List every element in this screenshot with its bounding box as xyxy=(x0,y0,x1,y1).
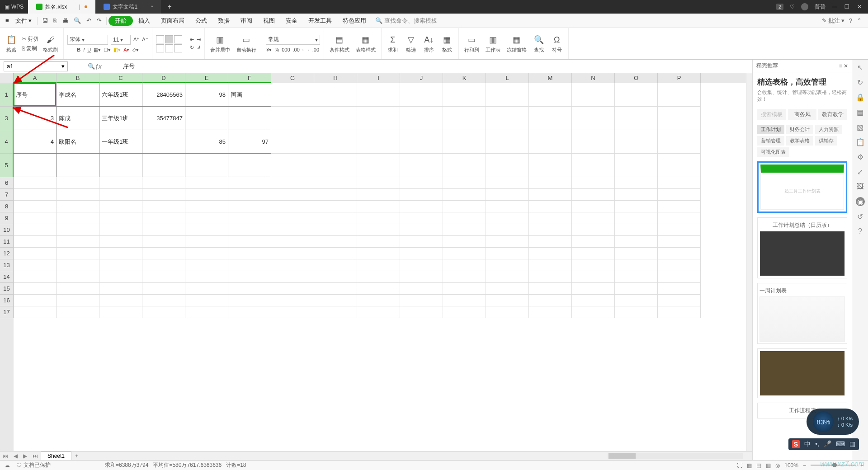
cell-C5[interactable] xyxy=(99,154,142,177)
cell-G16[interactable] xyxy=(271,295,314,306)
worksheet-button[interactable]: ▥工作表 xyxy=(484,33,502,54)
cell-O12[interactable] xyxy=(615,248,658,259)
cell-P7[interactable] xyxy=(658,189,701,201)
cell-L14[interactable] xyxy=(486,271,529,283)
row-header-8[interactable]: 8 xyxy=(0,201,14,212)
cell-E17[interactable] xyxy=(185,306,228,318)
cell-A13[interactable] xyxy=(14,259,57,271)
cell-G15[interactable] xyxy=(271,283,314,295)
lock-icon[interactable]: 🔒 xyxy=(856,93,865,102)
alignment-grid[interactable] xyxy=(156,35,182,52)
cell-K6[interactable] xyxy=(443,177,486,189)
sheet-nav-next[interactable]: ▶ xyxy=(20,453,30,459)
cell-J6[interactable] xyxy=(400,177,443,189)
cell-H8[interactable] xyxy=(314,201,357,212)
cell-P13[interactable] xyxy=(658,259,701,271)
menu-tab-视图[interactable]: 视图 xyxy=(258,14,280,28)
cell-K12[interactable] xyxy=(443,248,486,259)
cell-G14[interactable] xyxy=(271,271,314,283)
panel-tab[interactable]: 商务风 xyxy=(788,109,817,120)
cell-G13[interactable] xyxy=(271,259,314,271)
fx-icon[interactable]: ƒx xyxy=(95,63,102,70)
cell-C15[interactable] xyxy=(99,283,142,295)
cell-N8[interactable] xyxy=(572,201,615,212)
cell-J8[interactable] xyxy=(400,201,443,212)
sheet-nav-last[interactable]: ⏭ xyxy=(30,453,41,459)
cell-A15[interactable] xyxy=(14,283,57,295)
cell-H13[interactable] xyxy=(314,259,357,271)
indent-decrease-icon[interactable]: ⇤ xyxy=(190,37,194,42)
cell-B7[interactable] xyxy=(57,189,99,201)
cell-F13[interactable] xyxy=(228,259,271,271)
new-tab-button[interactable]: + xyxy=(161,3,178,11)
cell-C17[interactable] xyxy=(99,306,142,318)
row-header-13[interactable]: 13 xyxy=(0,259,14,271)
font-name-select[interactable]: 宋体▾ xyxy=(67,35,108,45)
font-color-icon[interactable]: A▾ xyxy=(123,47,129,53)
cell-L7[interactable] xyxy=(486,189,529,201)
cell-D7[interactable] xyxy=(142,189,185,201)
template-card[interactable] xyxy=(757,348,847,398)
cell-B12[interactable] xyxy=(57,248,99,259)
cell-B8[interactable] xyxy=(57,201,99,212)
cell-M5[interactable] xyxy=(529,154,572,177)
cell-C11[interactable] xyxy=(99,236,142,248)
panel-category[interactable]: 教学表格 xyxy=(786,136,813,146)
sort-button[interactable]: A↓排序 xyxy=(421,33,437,54)
shield-icon[interactable]: 🛡 xyxy=(16,462,22,469)
doc-tab-word[interactable]: 文字文稿1 • xyxy=(95,0,161,14)
cell-I8[interactable] xyxy=(357,201,400,212)
cell-P12[interactable] xyxy=(658,248,701,259)
template-card[interactable]: 员工月工作计划表 xyxy=(757,161,847,213)
cell-B9[interactable] xyxy=(57,212,99,224)
cell-E4[interactable]: 85 xyxy=(185,130,228,154)
cell-O14[interactable] xyxy=(615,271,658,283)
user-name[interactable]: 普普 xyxy=(815,3,826,11)
cell-O9[interactable] xyxy=(615,212,658,224)
view-normal-icon[interactable]: ▦ xyxy=(747,462,752,469)
cell-H17[interactable] xyxy=(314,306,357,318)
cell-F17[interactable] xyxy=(228,306,271,318)
cell-O11[interactable] xyxy=(615,236,658,248)
row-headers[interactable]: 134567891011121314151617 xyxy=(0,83,14,451)
cell-H1[interactable] xyxy=(314,83,357,107)
bold-icon[interactable]: B xyxy=(77,47,80,52)
cell-B4[interactable]: 欧阳名 xyxy=(57,130,99,154)
col-header-B[interactable]: B xyxy=(57,73,99,83)
globe-icon[interactable]: ◉ xyxy=(856,197,865,206)
ime-lang[interactable]: 中 xyxy=(804,440,811,448)
cell-L13[interactable] xyxy=(486,259,529,271)
cell-A6[interactable] xyxy=(14,177,57,189)
cell-G17[interactable] xyxy=(271,306,314,318)
col-header-A[interactable]: A xyxy=(14,73,57,83)
cell-N17[interactable] xyxy=(572,306,615,318)
cell-F12[interactable] xyxy=(228,248,271,259)
cell-J12[interactable] xyxy=(400,248,443,259)
cell-D10[interactable] xyxy=(142,224,185,236)
reading-icon[interactable]: ◎ xyxy=(775,462,780,469)
panel-close-icon[interactable]: ✕ xyxy=(844,63,848,69)
cell-C16[interactable] xyxy=(99,295,142,306)
cell-G3[interactable] xyxy=(271,107,314,130)
cell-E14[interactable] xyxy=(185,271,228,283)
cell-M9[interactable] xyxy=(529,212,572,224)
cell-B11[interactable] xyxy=(57,236,99,248)
cell-E16[interactable] xyxy=(185,295,228,306)
cell-M14[interactable] xyxy=(529,271,572,283)
cell-L16[interactable] xyxy=(486,295,529,306)
col-header-M[interactable]: M xyxy=(529,73,572,83)
cell-B3[interactable]: 陈成 xyxy=(57,107,99,130)
cell-O1[interactable] xyxy=(615,83,658,107)
cell-P16[interactable] xyxy=(658,295,701,306)
cell-B10[interactable] xyxy=(57,224,99,236)
cell-I12[interactable] xyxy=(357,248,400,259)
sogou-icon[interactable]: S xyxy=(792,440,800,448)
format-painter-button[interactable]: 🖌格式刷 xyxy=(41,33,60,54)
sheet-nav-first[interactable]: ⏮ xyxy=(0,453,11,459)
col-header-I[interactable]: I xyxy=(357,73,400,83)
cell-H15[interactable] xyxy=(314,283,357,295)
col-header-E[interactable]: E xyxy=(185,73,228,83)
cell-G1[interactable] xyxy=(271,83,314,107)
panel-category[interactable]: 工作计划 xyxy=(757,125,784,134)
row-header-5[interactable]: 5 xyxy=(0,154,14,177)
